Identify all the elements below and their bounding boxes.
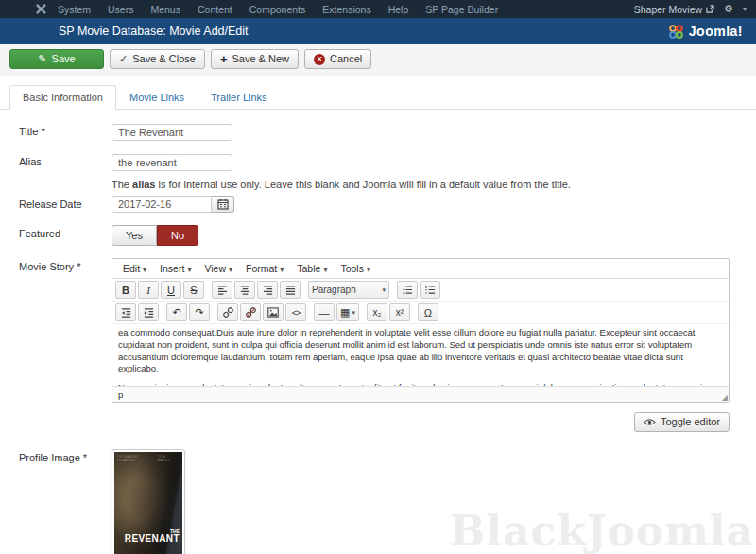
editor-menu-tools[interactable]: Tools▾ — [334, 261, 377, 276]
align-justify-button[interactable] — [280, 281, 301, 299]
insert-image-button[interactable] — [263, 303, 284, 321]
caret-down-icon: ▾ — [280, 266, 284, 274]
alias-help-pre: The — [112, 179, 132, 190]
menu-components[interactable]: Components — [249, 4, 306, 15]
caret-down-icon: ▾ — [187, 266, 191, 274]
cancel-label: Cancel — [330, 53, 362, 65]
caret-down-icon: ▾ — [323, 266, 327, 274]
menu-system[interactable]: System — [58, 4, 91, 15]
align-left-button[interactable] — [212, 281, 232, 299]
site-name: Shaper Moview — [634, 4, 702, 15]
editor-menu-table[interactable]: Table▾ — [290, 261, 334, 276]
numbered-list-icon — [425, 285, 436, 295]
outdent-button[interactable] — [115, 303, 136, 321]
redo-button[interactable]: ↷ — [189, 303, 210, 321]
horizontal-rule-button[interactable]: — — [314, 303, 335, 321]
caret-down-icon: ▾ — [367, 266, 370, 274]
title-row: Title * — [19, 123, 730, 141]
tab-basic-information[interactable]: Basic Information — [9, 85, 116, 110]
alias-help-text: The alias is for internal use only. Leav… — [112, 179, 730, 190]
source-code-button[interactable]: <> — [285, 303, 306, 321]
strikethrough-button[interactable]: S — [183, 281, 204, 299]
undo-button[interactable]: ↶ — [166, 303, 187, 321]
cancel-button[interactable]: ✕ Cancel — [304, 49, 371, 69]
movie-story-label: Movie Story * — [19, 258, 112, 449]
menu-help[interactable]: Help — [388, 4, 409, 15]
profile-image-thumbnail: LEONARDO DICAPRIO TOM HARDY THE REVENANT — [112, 449, 185, 554]
insert-link-button[interactable] — [217, 303, 238, 321]
toggle-editor-button[interactable]: Toggle editor — [634, 412, 730, 432]
external-link-icon — [706, 5, 714, 13]
align-right-icon — [263, 285, 273, 295]
eye-icon — [644, 418, 656, 426]
user-dropdown-caret-icon[interactable]: ▾ — [743, 5, 747, 13]
menu-extensions[interactable]: Extensions — [322, 4, 370, 15]
release-date-input[interactable] — [112, 196, 212, 213]
title-input[interactable] — [112, 124, 232, 141]
alias-help-post: is for internal use only. Leave this bla… — [155, 179, 570, 190]
save-button[interactable]: ✎ Save — [9, 49, 104, 69]
gear-icon[interactable]: ⚙ — [724, 3, 733, 15]
align-right-button[interactable] — [257, 281, 278, 299]
numbered-list-button[interactable] — [420, 281, 440, 299]
bullet-list-icon — [403, 285, 413, 295]
editor-content[interactable]: ea commodo consequat.Duis aute irure dol… — [112, 324, 729, 387]
element-path[interactable]: p — [118, 390, 123, 400]
editor-menu-insert[interactable]: Insert▾ — [153, 261, 198, 276]
save-new-button[interactable]: + Save & New — [211, 49, 299, 69]
save-close-button[interactable]: ✓ Save & Close — [110, 49, 205, 69]
save-new-label: Save & New — [232, 53, 289, 65]
tab-trailer-links[interactable]: Trailer Links — [198, 85, 281, 110]
editor-menu-format[interactable]: Format▾ — [239, 261, 290, 276]
menu-content[interactable]: Content — [198, 4, 232, 15]
editor-menu-edit[interactable]: Edit▾ — [116, 261, 153, 276]
movie-story-row: Movie Story * Edit▾ Insert▾ View▾ Format… — [19, 258, 730, 449]
alias-help-bold: alias — [132, 179, 155, 190]
bold-button[interactable]: B — [115, 281, 136, 299]
poster-title: THE REVENANT — [125, 529, 180, 544]
editor-toolbar-row2: ↶ ↷ <> — ▦▾ x₂ x² Ω — [112, 302, 729, 324]
paragraph-style-select[interactable]: Paragraph ▾ — [308, 281, 389, 299]
special-character-button[interactable]: Ω — [418, 303, 438, 321]
menu-users[interactable]: Users — [108, 4, 133, 15]
align-center-button[interactable] — [234, 281, 255, 299]
outdent-icon — [121, 307, 131, 318]
page-title: SP Movie Database: Movie Add/Edit — [59, 25, 249, 38]
italic-button[interactable]: I — [138, 281, 159, 299]
resize-handle-icon[interactable]: ◢ — [722, 393, 728, 402]
alias-row: Alias The alias is for internal use only… — [19, 153, 730, 190]
edit-label: Edit — [123, 263, 140, 274]
tools-label: Tools — [340, 263, 364, 274]
table-button[interactable]: ▦▾ — [336, 303, 359, 321]
plus-icon: + — [220, 53, 228, 65]
table-label: Table — [297, 263, 320, 274]
subscript-button[interactable]: x₂ — [367, 303, 387, 321]
featured-yes-button[interactable]: Yes — [112, 225, 157, 246]
release-date-label: Release Date — [19, 196, 112, 213]
bullet-list-button[interactable] — [397, 281, 418, 299]
calendar-button[interactable] — [212, 196, 234, 213]
remove-link-button[interactable] — [240, 303, 261, 321]
profile-image-label: Profile Image * — [19, 449, 112, 554]
underline-button[interactable]: U — [161, 281, 181, 299]
menu-sp-page-builder[interactable]: SP Page Builder — [425, 4, 498, 15]
tab-movie-links[interactable]: Movie Links — [116, 85, 198, 110]
calendar-icon — [217, 199, 229, 210]
alias-input[interactable] — [112, 154, 232, 171]
caret-down-icon: ▾ — [382, 286, 386, 294]
menu-menus[interactable]: Menus — [150, 4, 180, 15]
superscript-button[interactable]: x² — [389, 303, 410, 321]
form-tabs: Basic Information Movie Links Trailer Li… — [0, 76, 756, 110]
indent-button[interactable] — [138, 303, 159, 321]
unlink-icon — [246, 307, 256, 318]
editor-statusbar: p ◢ — [112, 387, 729, 402]
cancel-circle-icon: ✕ — [314, 54, 325, 65]
alias-label: Alias — [19, 153, 112, 190]
format-label: Format — [246, 263, 277, 274]
site-preview-link[interactable]: Shaper Moview — [634, 4, 714, 15]
featured-no-button[interactable]: No — [157, 225, 198, 246]
editor-menu-view[interactable]: View▾ — [198, 261, 239, 276]
caret-down-icon: ▾ — [229, 266, 232, 274]
align-center-icon — [240, 285, 250, 295]
link-icon — [223, 307, 233, 318]
